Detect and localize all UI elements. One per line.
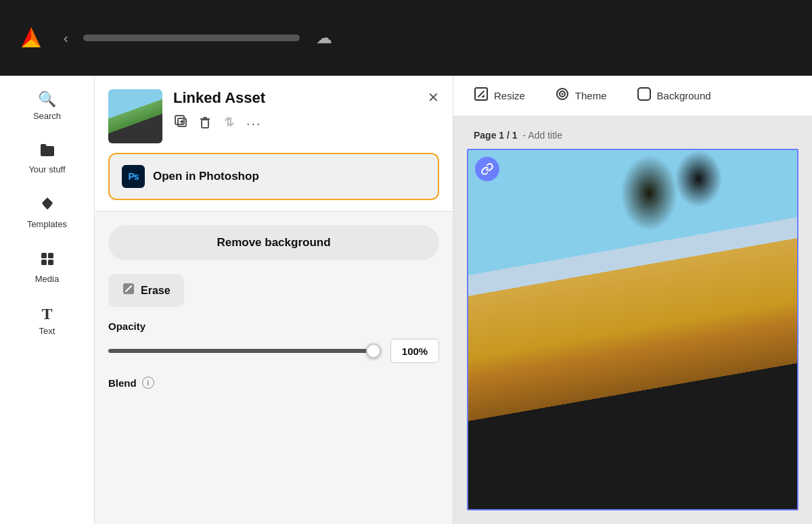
page-number: Page 1 / 1 bbox=[474, 130, 518, 141]
opacity-row bbox=[108, 339, 439, 363]
opacity-input[interactable] bbox=[390, 339, 439, 363]
sidebar-label-media: Media bbox=[35, 274, 59, 284]
svg-rect-4 bbox=[41, 253, 47, 258]
svg-rect-5 bbox=[48, 253, 53, 258]
sidebar-item-templates[interactable]: Templates bbox=[0, 187, 94, 239]
panel-title-area: Linked Asset ··· bbox=[173, 89, 417, 133]
canvas-image bbox=[468, 150, 797, 509]
opacity-slider[interactable] bbox=[108, 349, 381, 353]
add-copy-icon[interactable] bbox=[173, 114, 188, 133]
opacity-label: Opacity bbox=[108, 320, 439, 332]
asset-thumbnail bbox=[108, 89, 162, 143]
svg-rect-6 bbox=[41, 260, 47, 265]
cloud-icon: ☁ bbox=[316, 28, 332, 47]
panel-title: Linked Asset bbox=[173, 89, 417, 107]
sidebar-label-your-stuff: Your stuff bbox=[28, 164, 65, 174]
opacity-section: Opacity bbox=[108, 320, 439, 363]
resize-label: Resize bbox=[494, 90, 525, 101]
panel: Linked Asset ··· ✕ bbox=[95, 76, 453, 524]
back-button[interactable]: ‹ bbox=[60, 26, 72, 50]
theme-label: Theme bbox=[575, 90, 607, 101]
blend-section: Blend i bbox=[108, 377, 439, 389]
sidebar-item-media[interactable]: Media bbox=[0, 241, 94, 293]
media-icon bbox=[39, 251, 55, 270]
panel-body: Remove background Erase Opacity bbox=[95, 212, 453, 402]
adobe-logo[interactable] bbox=[14, 20, 49, 55]
swap-icon bbox=[222, 114, 237, 133]
delete-icon[interactable] bbox=[198, 114, 212, 133]
opacity-thumb[interactable] bbox=[366, 343, 381, 358]
folder-icon bbox=[39, 143, 55, 160]
sidebar-item-your-stuff[interactable]: Your stuff bbox=[0, 133, 94, 184]
link-badge bbox=[475, 157, 499, 181]
svg-rect-19 bbox=[638, 88, 650, 100]
search-icon: 🔍 bbox=[38, 92, 56, 107]
erase-button[interactable]: Erase bbox=[108, 274, 184, 307]
svg-rect-12 bbox=[202, 120, 208, 128]
theme-button[interactable]: Theme bbox=[548, 82, 614, 109]
sidebar-item-search[interactable]: 🔍 Search bbox=[0, 82, 94, 130]
canvas-image-wrapper bbox=[467, 149, 798, 510]
canvas-toolbar: Resize Theme Background bbox=[453, 76, 812, 116]
erase-label: Erase bbox=[141, 285, 171, 297]
svg-rect-7 bbox=[48, 260, 53, 265]
open-photoshop-label: Open in Photoshop bbox=[153, 170, 259, 183]
panel-actions: ··· bbox=[173, 114, 417, 133]
background-button[interactable]: Background bbox=[630, 82, 718, 109]
progress-bar bbox=[83, 34, 300, 41]
blend-label: Blend bbox=[108, 377, 137, 389]
canvas-content: Page 1 / 1 - Add title bbox=[453, 116, 812, 524]
remove-background-button[interactable]: Remove background bbox=[108, 225, 439, 260]
sidebar-label-search: Search bbox=[33, 111, 61, 121]
page-title-bar: Page 1 / 1 - Add title bbox=[467, 130, 562, 141]
open-photoshop-button[interactable]: Ps Open in Photoshop bbox=[108, 153, 439, 200]
resize-button[interactable]: Resize bbox=[467, 82, 532, 109]
canvas-area: Resize Theme Background Page 1 / 1 - Add… bbox=[453, 76, 812, 524]
svg-point-18 bbox=[561, 93, 563, 95]
background-icon bbox=[637, 87, 652, 105]
more-icon[interactable]: ··· bbox=[246, 116, 262, 131]
panel-header-top: Linked Asset ··· ✕ bbox=[108, 89, 439, 143]
text-icon: T bbox=[41, 306, 52, 322]
add-title[interactable]: - Add title bbox=[523, 130, 562, 141]
sidebar-label-text: Text bbox=[39, 326, 55, 336]
theme-icon bbox=[555, 87, 570, 105]
main-layout: 🔍 Search Your stuff Templates bbox=[0, 76, 812, 524]
svg-rect-8 bbox=[175, 116, 184, 124]
background-label: Background bbox=[657, 90, 711, 101]
asset-thumbnail-image bbox=[108, 89, 162, 143]
left-sidebar: 🔍 Search Your stuff Templates bbox=[0, 76, 95, 524]
sidebar-item-text[interactable]: T Text bbox=[0, 296, 94, 346]
remove-background-label: Remove background bbox=[217, 236, 330, 249]
panel-header: Linked Asset ··· ✕ bbox=[95, 76, 453, 212]
erase-icon bbox=[122, 282, 135, 299]
blend-info-icon[interactable]: i bbox=[142, 377, 154, 389]
close-icon[interactable]: ✕ bbox=[428, 89, 439, 105]
resize-icon bbox=[474, 87, 489, 105]
topbar: ‹ ☁ bbox=[0, 0, 812, 76]
sidebar-label-templates: Templates bbox=[27, 219, 67, 229]
photoshop-icon: Ps bbox=[122, 165, 145, 188]
templates-icon bbox=[39, 196, 55, 215]
